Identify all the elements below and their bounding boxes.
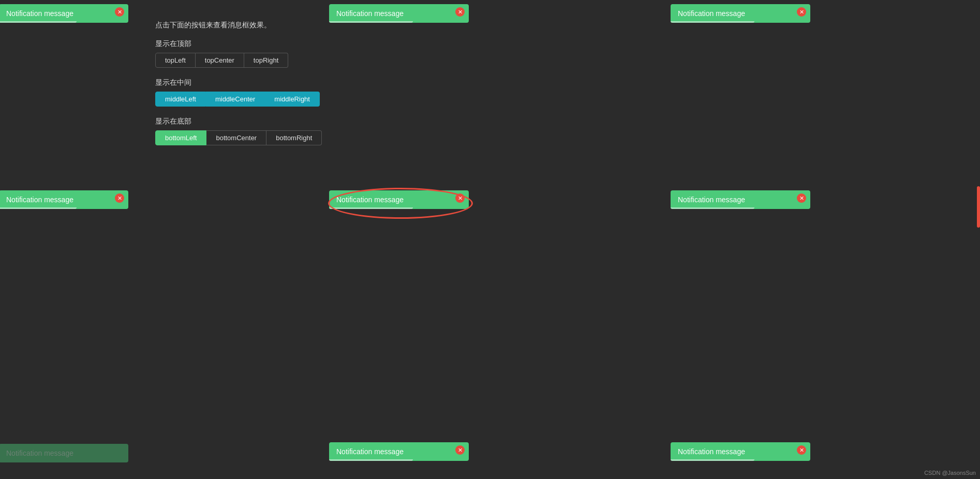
middle-buttons: middleLeft middleCenter middleRight — [155, 92, 322, 107]
notification-text-bottom-left: Notification message — [6, 449, 73, 457]
notification-top-left: Notification message ✕ — [0, 4, 128, 23]
btn-top-center[interactable]: topCenter — [196, 53, 244, 68]
close-btn-middle-right[interactable]: ✕ — [797, 193, 806, 203]
progress-bottom-right — [671, 459, 754, 461]
notification-top-right: Notification message ✕ — [671, 4, 810, 23]
notification-text-middle-left: Notification message — [6, 196, 73, 204]
scrollbar[interactable] — [977, 186, 980, 228]
progress-top-center — [329, 21, 413, 23]
progress-middle-center — [329, 207, 413, 209]
notification-top-center: Notification message ✕ — [329, 4, 469, 23]
btn-bottom-right[interactable]: bottomRight — [266, 130, 322, 145]
btn-middle-left[interactable]: middleLeft — [155, 92, 206, 107]
notification-text-bottom-center: Notification message — [336, 447, 404, 456]
btn-bottom-left[interactable]: bottomLeft — [155, 130, 206, 145]
close-btn-top-right[interactable]: ✕ — [797, 7, 806, 17]
progress-middle-right — [671, 207, 754, 209]
middle-label: 显示在中间 — [155, 78, 322, 87]
notification-text-top-right: Notification message — [678, 9, 745, 18]
notification-text-middle-center: Notification message — [336, 196, 404, 204]
close-btn-middle-center[interactable]: ✕ — [455, 193, 465, 203]
notification-text-bottom-right: Notification message — [678, 447, 745, 456]
control-panel: 点击下面的按钮来查看消息框效果。 显示在顶部 topLeft topCenter… — [155, 21, 322, 156]
progress-bottom-center — [329, 459, 413, 461]
notification-bottom-center: Notification message ✕ — [329, 442, 469, 461]
btn-middle-right[interactable]: middleRight — [265, 92, 320, 107]
top-label: 显示在顶部 — [155, 39, 322, 49]
btn-top-right[interactable]: topRight — [244, 53, 288, 68]
close-btn-middle-left[interactable]: ✕ — [115, 193, 124, 203]
bottom-label: 显示在底部 — [155, 117, 322, 126]
notification-middle-right: Notification message ✕ — [671, 190, 810, 209]
notification-bottom-right: Notification message ✕ — [671, 442, 810, 461]
notification-middle-center: Notification message ✕ — [329, 190, 469, 209]
attribution: CSDN @JasonsSun — [924, 470, 976, 476]
notification-bottom-left: Notification message — [0, 444, 128, 462]
close-btn-bottom-center[interactable]: ✕ — [455, 445, 465, 455]
notification-text-middle-right: Notification message — [678, 196, 745, 204]
progress-top-left — [0, 21, 77, 23]
btn-middle-center[interactable]: middleCenter — [206, 92, 265, 107]
close-btn-bottom-right[interactable]: ✕ — [797, 445, 806, 455]
top-buttons: topLeft topCenter topRight — [155, 53, 322, 68]
btn-bottom-center[interactable]: bottomCenter — [206, 130, 266, 145]
panel-description: 点击下面的按钮来查看消息框效果。 — [155, 21, 322, 30]
progress-middle-left — [0, 207, 77, 209]
progress-top-right — [671, 21, 754, 23]
notification-text-top-left: Notification message — [6, 9, 73, 18]
notification-text-top-center: Notification message — [336, 9, 404, 18]
close-btn-top-center[interactable]: ✕ — [455, 7, 465, 17]
btn-top-left[interactable]: topLeft — [155, 53, 196, 68]
notification-middle-left: Notification message ✕ — [0, 190, 128, 209]
close-btn-top-left[interactable]: ✕ — [115, 7, 124, 17]
bottom-buttons: bottomLeft bottomCenter bottomRight — [155, 130, 322, 145]
